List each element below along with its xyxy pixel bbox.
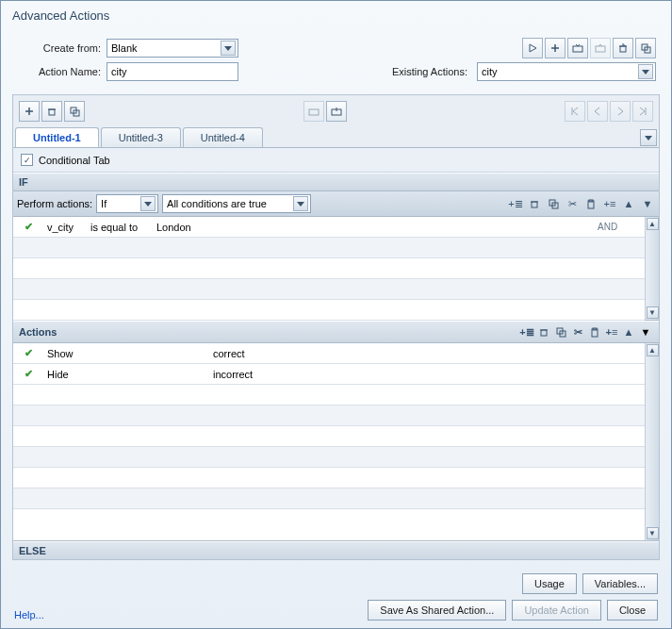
conditions-combo[interactable]: All conditions are true: [162, 194, 311, 213]
next-icon: [610, 101, 631, 122]
perform-combo[interactable]: If: [96, 194, 158, 213]
close-button[interactable]: Close: [607, 600, 658, 621]
paste-row-icon[interactable]: [583, 196, 598, 211]
create-from-combo[interactable]: Blank: [107, 39, 238, 58]
action-cmd: Hide: [43, 369, 213, 380]
insert-row-icon[interactable]: +≡: [602, 196, 617, 211]
empty-row[interactable]: [13, 447, 645, 468]
svg-rect-17: [560, 331, 565, 337]
prev-icon: [587, 101, 608, 122]
existing-actions-combo[interactable]: city: [477, 62, 656, 81]
empty-row[interactable]: [13, 488, 645, 509]
action-row[interactable]: ✔ Show correct: [13, 343, 645, 364]
cut-row-icon[interactable]: ✂: [565, 196, 580, 211]
empty-row[interactable]: [13, 426, 645, 447]
svg-rect-9: [332, 109, 341, 115]
action-name-input[interactable]: [107, 62, 238, 81]
empty-row[interactable]: [13, 406, 645, 426]
svg-rect-7: [74, 110, 79, 116]
scroll-down-icon[interactable]: ▼: [647, 527, 659, 539]
delete-row-icon[interactable]: [536, 324, 551, 339]
svg-rect-19: [593, 328, 597, 330]
copy-row-icon[interactable]: [546, 196, 561, 211]
scroll-up-icon[interactable]: ▲: [647, 218, 659, 230]
export-icon: [590, 38, 611, 58]
add-row-icon[interactable]: +≣: [519, 324, 534, 339]
header-area: Create from: Blank Action Name: Existing…: [1, 30, 671, 89]
svg-rect-6: [71, 108, 76, 113]
tab-untitled-1[interactable]: Untitled-1: [15, 127, 99, 147]
usage-button[interactable]: Usage: [522, 573, 577, 594]
move-down-icon[interactable]: ▼: [638, 324, 653, 339]
tab-untitled-3[interactable]: Untitled-3: [101, 127, 181, 147]
move-down-icon: ▼: [640, 196, 655, 211]
cut-row-icon[interactable]: ✂: [570, 324, 585, 339]
valid-check-icon: ✔: [13, 347, 43, 359]
variables-button[interactable]: Variables...: [582, 573, 658, 594]
empty-row[interactable]: [13, 385, 645, 406]
perform-label: Perform actions:: [17, 198, 92, 209]
chevron-down-icon: [140, 196, 156, 211]
paste-row-icon[interactable]: [587, 324, 602, 339]
copy-row-icon[interactable]: [553, 324, 568, 339]
main-panel: Untitled-1 Untitled-3 Untitled-4 ✓ Condi…: [12, 94, 660, 560]
svg-rect-18: [592, 329, 598, 337]
empty-row[interactable]: [13, 238, 645, 258]
add-icon[interactable]: [545, 38, 565, 58]
condition-logic: AND: [598, 222, 645, 232]
valid-check-icon: ✔: [13, 368, 43, 380]
chevron-down-icon: [638, 64, 653, 79]
add-step-icon[interactable]: [19, 101, 40, 122]
conditional-checkbox-row: ✓ Conditional Tab: [13, 148, 659, 173]
empty-row[interactable]: [13, 468, 645, 488]
decision-tabs: Untitled-1 Untitled-3 Untitled-4: [13, 127, 659, 148]
delete-icon[interactable]: [613, 38, 633, 58]
empty-row[interactable]: [13, 300, 645, 321]
scroll-down-icon[interactable]: ▼: [647, 306, 659, 319]
action-row[interactable]: ✔ Hide incorrect: [13, 364, 645, 385]
tab-untitled-4[interactable]: Untitled-4: [183, 127, 263, 147]
else-label: ELSE: [19, 545, 46, 556]
delete-step-icon[interactable]: [41, 101, 62, 122]
conditions-scrollbar[interactable]: ▲ ▼: [645, 217, 659, 320]
header-icon-bar: [522, 38, 656, 58]
advanced-actions-dialog: Advanced Actions Create from: Blank Acti…: [0, 0, 672, 629]
action-target: incorrect: [213, 369, 645, 380]
actions-scrollbar[interactable]: ▲ ▼: [645, 343, 659, 540]
play-icon[interactable]: [522, 38, 543, 58]
condition-op: is equal to: [90, 222, 156, 233]
conditions-grid: ✔ v_city is equal to London AND ▲ ▼: [13, 217, 659, 321]
add-row-icon[interactable]: +≣: [508, 196, 523, 211]
svg-rect-12: [552, 203, 558, 208]
valid-check-icon: ✔: [13, 221, 43, 233]
if-header: IF: [13, 173, 659, 191]
folder-in-icon: [303, 101, 324, 122]
existing-actions-value: city: [482, 66, 498, 77]
empty-row[interactable]: [13, 258, 645, 279]
existing-actions-label: Existing Actions:: [392, 66, 467, 77]
insert-row-icon[interactable]: +≡: [604, 324, 619, 339]
svg-rect-2: [620, 46, 626, 52]
move-up-icon: ▲: [621, 196, 636, 211]
help-link[interactable]: Help...: [14, 609, 44, 621]
tab-dropdown-icon[interactable]: [640, 129, 657, 146]
action-target: correct: [213, 348, 645, 359]
else-header[interactable]: ELSE: [13, 541, 659, 559]
actions-grid: ✔ Show correct ✔ Hide incorrect ▲ ▼: [13, 343, 659, 541]
svg-rect-0: [573, 46, 582, 52]
duplicate-step-icon[interactable]: [64, 101, 85, 122]
main-toolbar: [13, 95, 659, 127]
condition-row[interactable]: ✔ v_city is equal to London AND: [13, 217, 645, 238]
delete-row-icon[interactable]: [527, 196, 542, 211]
svg-rect-4: [645, 47, 650, 53]
empty-row[interactable]: [13, 279, 645, 300]
condition-val: London: [156, 222, 598, 233]
if-label: IF: [19, 176, 28, 188]
folder-out-icon[interactable]: [326, 101, 347, 122]
move-up-icon[interactable]: ▲: [621, 324, 636, 339]
import-icon[interactable]: [567, 38, 588, 58]
conditional-checkbox[interactable]: ✓: [21, 154, 33, 166]
duplicate-icon[interactable]: [635, 38, 656, 58]
scroll-up-icon[interactable]: ▲: [647, 344, 659, 356]
save-shared-button[interactable]: Save As Shared Action...: [368, 600, 506, 621]
